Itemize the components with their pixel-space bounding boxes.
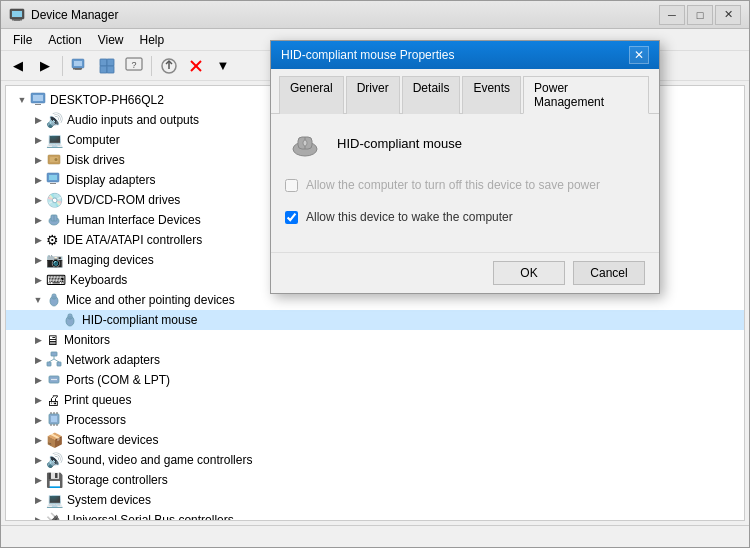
print-label: Print queues xyxy=(64,393,131,407)
svg-point-43 xyxy=(51,378,53,380)
help-button[interactable]: ? xyxy=(121,54,147,78)
storage-label: Storage controllers xyxy=(67,473,168,487)
storage-icon: 💾 xyxy=(46,472,63,488)
list-item[interactable]: ▶ Network adapters xyxy=(6,350,744,370)
ok-button[interactable]: OK xyxy=(493,261,565,285)
expander-storage[interactable]: ▶ xyxy=(30,472,46,488)
cancel-button[interactable]: Cancel xyxy=(573,261,645,285)
imaging-label: Imaging devices xyxy=(67,253,154,267)
list-item[interactable]: ▶ Ports (COM & LPT) xyxy=(6,370,744,390)
device-header: HID-compliant mouse xyxy=(285,128,645,158)
device-icon xyxy=(285,128,325,158)
status-bar xyxy=(1,525,749,547)
root-expander[interactable]: ▼ xyxy=(14,92,30,108)
menu-action[interactable]: Action xyxy=(40,31,89,49)
root-label: DESKTOP-PH66QL2 xyxy=(50,93,164,107)
list-item[interactable]: ▶ 🖥 Monitors xyxy=(6,330,744,350)
expander-display[interactable]: ▶ xyxy=(30,172,46,188)
svg-point-57 xyxy=(303,140,307,146)
system-icon: 💻 xyxy=(46,492,63,508)
system-label: System devices xyxy=(67,493,151,507)
expander-mice[interactable]: ▼ xyxy=(30,292,46,308)
expander-ports[interactable]: ▶ xyxy=(30,372,46,388)
scan-button[interactable] xyxy=(94,54,120,78)
list-item[interactable]: ▶ 🔌 Universal Serial Bus controllers xyxy=(6,510,744,521)
keyboard-icon: ⌨ xyxy=(46,272,66,288)
minimize-button[interactable]: ─ xyxy=(659,5,685,25)
list-item[interactable]: ▶ HID-compliant mouse xyxy=(6,310,744,330)
hid-icon xyxy=(46,211,62,230)
list-item[interactable]: ▶ 💾 Storage controllers xyxy=(6,470,744,490)
tab-power-management[interactable]: Power Management xyxy=(523,76,649,114)
svg-rect-20 xyxy=(35,104,41,105)
list-item[interactable]: ▶ 🖨 Print queues xyxy=(6,390,744,410)
svg-rect-10 xyxy=(100,66,107,73)
checkbox-wake[interactable] xyxy=(285,211,298,224)
expander-imaging[interactable]: ▶ xyxy=(30,252,46,268)
expander-computer[interactable]: ▶ xyxy=(30,132,46,148)
toolbar-separator-2 xyxy=(151,56,152,76)
svg-point-45 xyxy=(55,378,57,380)
network-icon xyxy=(46,351,62,370)
menu-help[interactable]: Help xyxy=(132,31,173,49)
tab-driver[interactable]: Driver xyxy=(346,76,400,114)
expander-sound[interactable]: ▶ xyxy=(30,452,46,468)
expander-dvd[interactable]: ▶ xyxy=(30,192,46,208)
proc-icon xyxy=(46,411,62,430)
list-item[interactable]: ▶ 🔊 Sound, video and game controllers xyxy=(6,450,744,470)
checkbox-turn-off[interactable] xyxy=(285,179,298,192)
expander-print[interactable]: ▶ xyxy=(30,392,46,408)
svg-rect-19 xyxy=(33,95,43,101)
list-item[interactable]: ▶ 📦 Software devices xyxy=(6,430,744,450)
expander-system[interactable]: ▶ xyxy=(30,492,46,508)
ports-icon xyxy=(46,371,62,390)
expander-usb[interactable]: ▶ xyxy=(30,512,46,521)
properties-button[interactable] xyxy=(67,54,93,78)
tab-details[interactable]: Details xyxy=(402,76,461,114)
menu-view[interactable]: View xyxy=(90,31,132,49)
monitors-label: Monitors xyxy=(64,333,110,347)
expander-software[interactable]: ▶ xyxy=(30,432,46,448)
audio-icon: 🔊 xyxy=(46,112,63,128)
title-bar: Device Manager ─ □ ✕ xyxy=(1,1,749,29)
tab-events[interactable]: Events xyxy=(462,76,521,114)
root-icon xyxy=(30,91,46,110)
list-item[interactable]: ▶ 💻 System devices xyxy=(6,490,744,510)
list-item[interactable]: ▶ Processors xyxy=(6,410,744,430)
network-label: Network adapters xyxy=(66,353,160,367)
close-button[interactable]: ✕ xyxy=(715,5,741,25)
expander-proc[interactable]: ▶ xyxy=(30,412,46,428)
update-driver-button[interactable] xyxy=(156,54,182,78)
dialog-title: HID-compliant mouse Properties xyxy=(281,48,629,62)
svg-rect-8 xyxy=(100,59,107,66)
uninstall-button[interactable] xyxy=(183,54,209,78)
forward-button[interactable]: ▶ xyxy=(32,54,58,78)
svg-rect-9 xyxy=(107,59,114,66)
dvd-icon: 💿 xyxy=(46,192,63,208)
expander-hid[interactable]: ▶ xyxy=(30,212,46,228)
expander-keyboard[interactable]: ▶ xyxy=(30,272,46,288)
expander-network[interactable]: ▶ xyxy=(30,352,46,368)
mice-label: Mice and other pointing devices xyxy=(66,293,235,307)
hid-mouse-icon xyxy=(62,311,78,330)
more-actions-button[interactable]: ▼ xyxy=(210,54,236,78)
svg-rect-25 xyxy=(49,175,57,180)
back-button[interactable]: ◀ xyxy=(5,54,31,78)
label-turn-off: Allow the computer to turn off this devi… xyxy=(306,178,600,192)
expander-monitors[interactable]: ▶ xyxy=(30,332,46,348)
ide-icon: ⚙ xyxy=(46,232,59,248)
menu-file[interactable]: File xyxy=(5,31,40,49)
dialog-close-button[interactable]: ✕ xyxy=(629,46,649,64)
svg-rect-26 xyxy=(50,183,56,184)
software-label: Software devices xyxy=(67,433,158,447)
svg-point-23 xyxy=(55,158,58,161)
expander-ide[interactable]: ▶ xyxy=(30,232,46,248)
display-label: Display adapters xyxy=(66,173,155,187)
maximize-button[interactable]: □ xyxy=(687,5,713,25)
tab-general[interactable]: General xyxy=(279,76,344,114)
expander-audio[interactable]: ▶ xyxy=(30,112,46,128)
svg-text:?: ? xyxy=(131,60,136,70)
expander-disk[interactable]: ▶ xyxy=(30,152,46,168)
label-wake: Allow this device to wake the computer xyxy=(306,210,513,224)
toolbar-separator-1 xyxy=(62,56,63,76)
